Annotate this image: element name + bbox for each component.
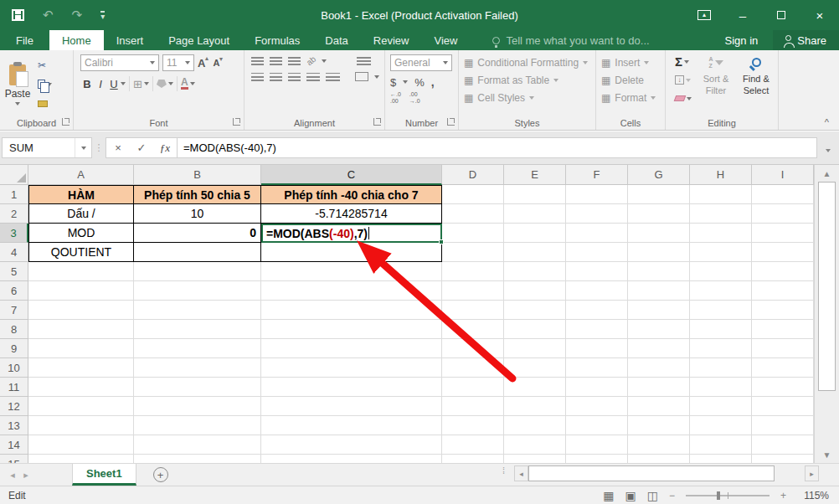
cell-B6[interactable] bbox=[134, 281, 261, 301]
cell-C2[interactable]: -5.714285714 bbox=[261, 204, 442, 224]
row-header-10[interactable]: 10 bbox=[0, 358, 28, 378]
paste-button[interactable]: Paste bbox=[0, 52, 35, 117]
cell-F12[interactable] bbox=[566, 397, 628, 416]
increase-decimal-icon[interactable]: ←.0 .00 bbox=[390, 91, 401, 105]
align-top-icon[interactable] bbox=[251, 57, 264, 65]
sort-filter-button[interactable]: AZ Sort & Filter bbox=[696, 54, 736, 106]
cell-C5[interactable] bbox=[261, 262, 442, 281]
cell-C11[interactable] bbox=[261, 378, 442, 397]
font-dialog-launcher-icon[interactable] bbox=[233, 118, 240, 126]
align-right-icon[interactable] bbox=[288, 73, 301, 81]
cell-I4[interactable] bbox=[752, 243, 814, 262]
row-header-2[interactable]: 2 bbox=[0, 204, 28, 224]
cell-E8[interactable] bbox=[504, 320, 566, 339]
collapse-ribbon-icon[interactable]: ^ bbox=[825, 117, 829, 127]
cell-C13[interactable] bbox=[261, 416, 442, 435]
page-layout-view-icon[interactable]: ▣ bbox=[625, 489, 636, 502]
decrease-decimal-icon[interactable]: .00 →.0 bbox=[409, 91, 420, 105]
row-header-14[interactable]: 14 bbox=[0, 435, 28, 455]
vertical-scrollbar[interactable]: ▲ ▼ bbox=[814, 165, 839, 463]
cell-A3[interactable]: MOD bbox=[28, 224, 134, 243]
cell-F10[interactable] bbox=[566, 358, 628, 378]
cell-B7[interactable] bbox=[134, 301, 261, 320]
cell-D2[interactable] bbox=[442, 204, 504, 224]
underline-button[interactable]: U bbox=[107, 78, 121, 90]
cell-C14[interactable] bbox=[261, 435, 442, 455]
cell-B12[interactable] bbox=[134, 397, 261, 416]
cell-C8[interactable] bbox=[261, 320, 442, 339]
align-middle-icon[interactable] bbox=[270, 57, 282, 65]
cell-G5[interactable] bbox=[628, 262, 690, 281]
cell-D7[interactable] bbox=[442, 301, 504, 320]
row-header-13[interactable]: 13 bbox=[0, 416, 28, 435]
cell-G7[interactable] bbox=[628, 301, 690, 320]
cell-C10[interactable] bbox=[261, 358, 442, 378]
horizontal-scrollbar-thumb[interactable] bbox=[528, 465, 775, 481]
cell-G8[interactable] bbox=[628, 320, 690, 339]
zoom-out-icon[interactable]: − bbox=[669, 490, 675, 501]
row-header-4[interactable]: 4 bbox=[0, 243, 28, 262]
zoom-slider[interactable] bbox=[686, 495, 770, 496]
column-header-B[interactable]: B bbox=[134, 165, 261, 185]
cell-I7[interactable] bbox=[752, 301, 814, 320]
cell-E6[interactable] bbox=[504, 281, 566, 301]
cell-C15[interactable] bbox=[261, 455, 442, 463]
column-header-I[interactable]: I bbox=[752, 165, 814, 185]
cell-E4[interactable] bbox=[504, 243, 566, 262]
row-header-1[interactable]: 1 bbox=[0, 185, 28, 204]
cell-D15[interactable] bbox=[442, 455, 504, 463]
insert-function-icon[interactable]: ƒx bbox=[153, 141, 177, 155]
tab-review[interactable]: Review bbox=[361, 30, 422, 50]
formula-input[interactable]: =MOD(ABS(-40),7) bbox=[178, 137, 817, 158]
cell-H6[interactable] bbox=[690, 281, 752, 301]
sheet-tab-sheet1[interactable]: Sheet1 bbox=[72, 464, 136, 486]
merge-center-icon[interactable] bbox=[355, 72, 368, 81]
cell-D11[interactable] bbox=[442, 378, 504, 397]
cell-F8[interactable] bbox=[566, 320, 628, 339]
fill-button[interactable]: ↓ bbox=[672, 72, 696, 88]
cell-A1[interactable]: HÀM bbox=[28, 185, 134, 204]
italic-button[interactable]: I bbox=[94, 78, 107, 90]
cell-D4[interactable] bbox=[442, 243, 504, 262]
percent-format-icon[interactable]: % bbox=[414, 76, 425, 89]
tab-file[interactable]: File bbox=[0, 30, 49, 50]
cell-D6[interactable] bbox=[442, 281, 504, 301]
cell-A7[interactable] bbox=[28, 301, 134, 320]
cell-E13[interactable] bbox=[504, 416, 566, 435]
row-header-5[interactable]: 5 bbox=[0, 262, 28, 281]
cell-E5[interactable] bbox=[504, 262, 566, 281]
cell-B4[interactable] bbox=[134, 243, 261, 262]
cell-H10[interactable] bbox=[690, 358, 752, 378]
number-dialog-launcher-icon[interactable] bbox=[447, 118, 455, 126]
cell-D5[interactable] bbox=[442, 262, 504, 281]
cell-A14[interactable] bbox=[28, 435, 134, 455]
cell-F6[interactable] bbox=[566, 281, 628, 301]
copy-button[interactable] bbox=[35, 76, 54, 92]
align-center-icon[interactable] bbox=[270, 73, 282, 81]
cell-B14[interactable] bbox=[134, 435, 261, 455]
cell-H9[interactable] bbox=[690, 339, 752, 358]
row-header-7[interactable]: 7 bbox=[0, 301, 28, 320]
scrollbar-grip-icon[interactable]: ⁞ bbox=[502, 465, 506, 476]
cell-G6[interactable] bbox=[628, 281, 690, 301]
ribbon-display-options-icon[interactable]: ▴ bbox=[685, 0, 723, 30]
cell-D3[interactable] bbox=[442, 224, 504, 243]
cell-A10[interactable] bbox=[28, 358, 134, 378]
format-painter-button[interactable] bbox=[35, 95, 54, 111]
cut-button[interactable]: ✂ bbox=[35, 57, 54, 73]
format-cells-button[interactable]: ▦ Format bbox=[596, 89, 665, 106]
row-header-12[interactable]: 12 bbox=[0, 397, 28, 416]
cell-A13[interactable] bbox=[28, 416, 134, 435]
format-as-table-button[interactable]: ▦ Format as Table bbox=[459, 71, 595, 89]
clear-button[interactable] bbox=[672, 90, 696, 106]
cell-G13[interactable] bbox=[628, 416, 690, 435]
cell-D1[interactable] bbox=[442, 185, 504, 204]
cell-G3[interactable] bbox=[628, 224, 690, 243]
insert-cells-button[interactable]: ▦ Insert bbox=[596, 54, 665, 71]
fill-color-icon[interactable] bbox=[157, 80, 167, 88]
cell-I15[interactable] bbox=[752, 455, 814, 463]
row-header-9[interactable]: 9 bbox=[0, 339, 28, 358]
cell-B1[interactable]: Phép tính 50 chia 5 bbox=[134, 185, 261, 204]
scroll-left-icon[interactable]: ◂ bbox=[514, 465, 528, 481]
row-header-6[interactable]: 6 bbox=[0, 281, 28, 301]
